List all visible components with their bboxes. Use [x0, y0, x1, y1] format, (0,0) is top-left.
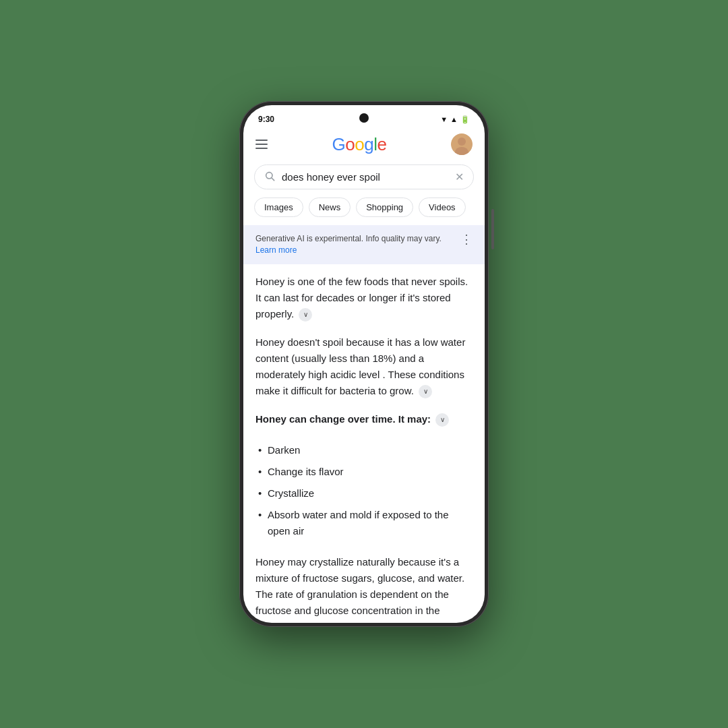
google-logo: Google — [332, 134, 387, 155]
bullet-item-4: Absorb water and mold if exposed to the … — [255, 504, 473, 542]
bullet-list: Darken Change its flavor Crystallize Abs… — [255, 439, 473, 542]
paragraph-1: Honey is one of the few foods that never… — [255, 274, 473, 322]
clear-search-button[interactable]: ✕ — [455, 171, 464, 183]
volume-button — [491, 209, 494, 249]
paragraph-3-text: Honey may crystallize naturally because … — [255, 556, 464, 616]
status-icons: ▼ ▲ 🔋 — [440, 115, 470, 124]
ai-learn-more-link[interactable]: Learn more — [255, 245, 297, 255]
chip-images[interactable]: Images — [254, 198, 303, 217]
wifi-icon: ▼ — [440, 115, 448, 123]
svg-line-4 — [272, 178, 274, 181]
filter-chips-container: Images News Shopping Videos — [243, 198, 485, 225]
ai-notice-banner: Generative AI is experimental. Info qual… — [243, 225, 485, 264]
battery-icon: 🔋 — [460, 115, 470, 124]
hamburger-menu[interactable] — [255, 140, 268, 149]
camera-notch — [359, 113, 369, 123]
chip-news[interactable]: News — [309, 198, 351, 217]
ai-notice-text: Generative AI is experimental. Info qual… — [255, 233, 442, 256]
signal-icon: ▲ — [450, 115, 458, 123]
hamburger-line-1 — [255, 140, 268, 141]
time-display: 9:30 — [258, 115, 274, 124]
phone-screen: 9:30 ▼ ▲ 🔋 Google — [243, 105, 485, 623]
search-bar[interactable]: does honey ever spoil ✕ — [254, 164, 474, 189]
hamburger-line-2 — [255, 144, 268, 145]
logo-letter-g2: g — [364, 134, 373, 155]
logo-letter-g1: G — [332, 134, 346, 155]
avatar-image — [451, 133, 473, 155]
bullet-item-3: Crystallize — [255, 483, 473, 504]
user-avatar[interactable] — [451, 133, 473, 155]
chip-shopping[interactable]: Shopping — [356, 198, 413, 217]
logo-letter-e: e — [377, 134, 386, 155]
bullet-item-1: Darken — [255, 439, 473, 461]
hamburger-line-3 — [255, 148, 268, 149]
svg-point-1 — [458, 138, 466, 146]
expand-button-1[interactable]: ∨ — [299, 308, 312, 322]
paragraph-2: Honey doesn't spoil because it has a low… — [255, 334, 473, 399]
paragraph-1-text: Honey is one of the few foods that never… — [255, 276, 468, 320]
header: Google — [243, 128, 485, 162]
expand-button-2[interactable]: ∨ — [419, 385, 432, 398]
paragraph-heading: Honey can change over time. It may: ∨ — [255, 411, 473, 427]
search-query-text: does honey ever spoil — [282, 171, 448, 183]
phone-frame: 9:30 ▼ ▲ 🔋 Google — [239, 101, 489, 627]
search-icon — [264, 171, 275, 183]
search-results-content: Honey is one of the few foods that never… — [243, 264, 485, 623]
expand-button-3[interactable]: ∨ — [435, 413, 449, 427]
logo-letter-o1: o — [345, 134, 355, 155]
paragraph-3: Honey may crystallize naturally because … — [255, 554, 473, 619]
paragraph-2-text: Honey doesn't spoil because it has a low… — [255, 336, 465, 396]
ai-notice-main-text: Generative AI is experimental. Info qual… — [255, 234, 442, 243]
heading-text: Honey can change over time. It may: — [255, 413, 431, 425]
chip-videos[interactable]: Videos — [419, 198, 466, 217]
logo-letter-o2: o — [355, 134, 364, 155]
bullet-item-2: Change its flavor — [255, 461, 473, 483]
more-options-button[interactable]: ⋮ — [460, 233, 473, 245]
